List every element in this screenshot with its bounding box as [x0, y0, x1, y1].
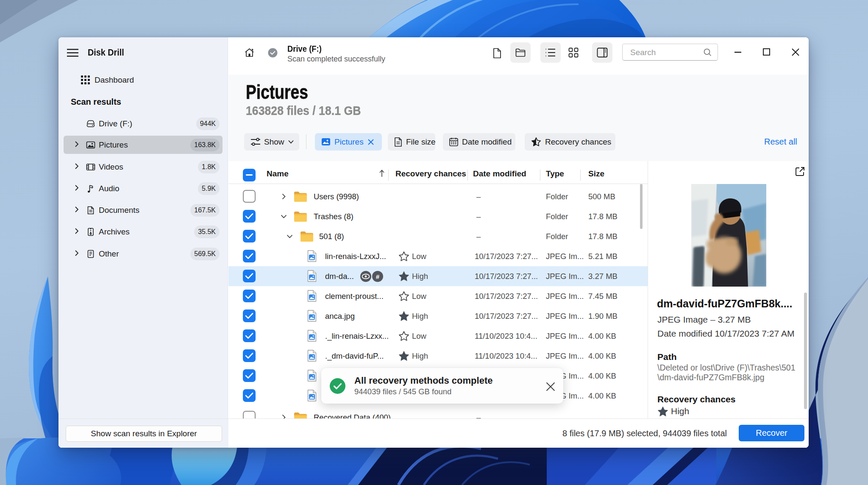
svg-text:#: #: [376, 273, 380, 280]
